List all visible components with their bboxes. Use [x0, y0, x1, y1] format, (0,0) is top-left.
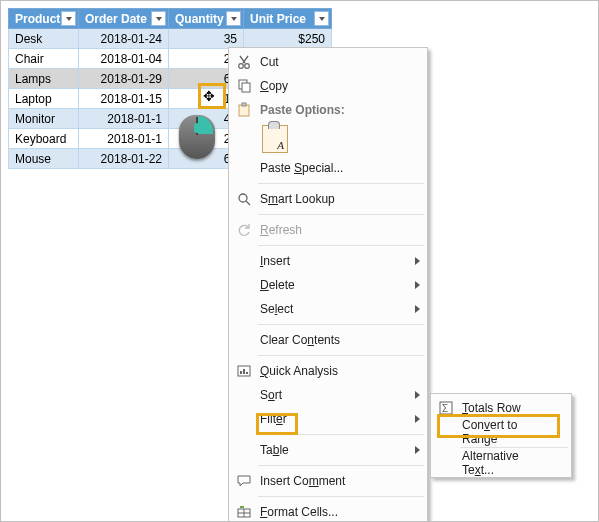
menu-table[interactable]: Table: [230, 438, 426, 462]
submenu-arrow-icon: [415, 415, 420, 423]
submenu-totals-row[interactable]: Σ Totals Row: [432, 396, 570, 420]
cell-date[interactable]: 2018-01-15: [79, 89, 169, 109]
cell-date[interactable]: 2018-01-22: [79, 149, 169, 169]
svg-rect-11: [246, 372, 248, 374]
menu-label: Select: [260, 302, 293, 316]
menu-separator: [258, 355, 424, 356]
cell-product[interactable]: Desk: [9, 29, 79, 49]
submenu-arrow-icon: [415, 446, 420, 454]
svg-rect-5: [242, 103, 246, 106]
comment-icon: [235, 472, 253, 490]
cell-date[interactable]: 2018-01-24: [79, 29, 169, 49]
menu-label: Cut: [260, 55, 279, 69]
svg-point-0: [239, 64, 244, 69]
table-row[interactable]: Desk2018-01-2435$250: [9, 29, 332, 49]
cell-date[interactable]: 2018-01-04: [79, 49, 169, 69]
quick-analysis-icon: [235, 362, 253, 380]
svg-rect-4: [239, 105, 249, 116]
cell-date[interactable]: 2018-01-1: [79, 109, 169, 129]
cell-product[interactable]: Chair: [9, 49, 79, 69]
header-label: Quantity: [175, 12, 224, 26]
menu-label: Paste Options:: [260, 103, 345, 117]
cell-product[interactable]: Keyboard: [9, 129, 79, 149]
menu-label: Format Cells...: [260, 505, 338, 519]
menu-separator: [258, 496, 424, 497]
cell-product[interactable]: Laptop: [9, 89, 79, 109]
column-header-unit-price[interactable]: Unit Price: [244, 9, 332, 29]
menu-label: opy: [269, 79, 288, 93]
menu-refresh: Refresh: [230, 218, 426, 242]
cell-product[interactable]: Mouse: [9, 149, 79, 169]
menu-label: Filter: [260, 412, 287, 426]
menu-label: Refresh: [260, 223, 302, 237]
menu-quick-analysis[interactable]: Quick Analysis: [230, 359, 426, 383]
cell-price[interactable]: $250: [244, 29, 332, 49]
menu-paste-options-heading: Paste Options:: [230, 98, 426, 122]
menu-cut[interactable]: Cut: [230, 50, 426, 74]
menu-label: Insert Comment: [260, 474, 345, 488]
menu-label: Totals Row: [462, 401, 521, 415]
menu-label: Paste Special...: [260, 161, 343, 175]
menu-label: Clear Contents: [260, 333, 340, 347]
cell-product[interactable]: Monitor: [9, 109, 79, 129]
menu-filter[interactable]: Filter: [230, 407, 426, 431]
menu-copy[interactable]: Copy: [230, 74, 426, 98]
refresh-icon: [235, 221, 253, 239]
menu-select[interactable]: Select: [230, 297, 426, 321]
filter-dropdown-icon[interactable]: [61, 11, 76, 26]
submenu-arrow-icon: [415, 281, 420, 289]
column-header-quantity[interactable]: Quantity: [169, 9, 244, 29]
menu-format-cells[interactable]: Format Cells...: [230, 500, 426, 522]
svg-rect-3: [242, 83, 250, 92]
submenu-arrow-icon: [415, 257, 420, 265]
menu-label: Table: [260, 443, 289, 457]
menu-delete[interactable]: Delete: [230, 273, 426, 297]
svg-text:Σ: Σ: [442, 403, 448, 414]
submenu-convert-to-range[interactable]: Convert to Range: [432, 420, 570, 444]
cell-date[interactable]: 2018-01-1: [79, 129, 169, 149]
svg-line-7: [246, 201, 250, 205]
menu-label: Quick Analysis: [260, 364, 338, 378]
menu-separator: [258, 434, 424, 435]
cell-date[interactable]: 2018-01-29: [79, 69, 169, 89]
cell-qty[interactable]: 35: [169, 29, 244, 49]
context-menu: Cut Copy Paste Options: A Paste Special.…: [228, 47, 428, 522]
submenu-alternative-text[interactable]: Alternative Text...: [432, 451, 570, 475]
cell-product[interactable]: Lamps: [9, 69, 79, 89]
menu-sort[interactable]: Sort: [230, 383, 426, 407]
totals-row-icon: Σ: [437, 399, 455, 417]
column-header-product[interactable]: Product: [9, 9, 79, 29]
menu-paste-default[interactable]: A: [230, 122, 426, 156]
menu-insert[interactable]: Insert: [230, 249, 426, 273]
smart-lookup-icon: [235, 190, 253, 208]
menu-separator: [258, 245, 424, 246]
menu-paste-special[interactable]: Paste Special...: [230, 156, 426, 180]
table-submenu: Σ Totals Row Convert to Range Alternativ…: [430, 393, 572, 478]
submenu-arrow-icon: [415, 305, 420, 313]
svg-point-6: [239, 194, 247, 202]
header-label: Order Date: [85, 12, 147, 26]
menu-label: Delete: [260, 278, 295, 292]
column-header-order-date[interactable]: Order Date: [79, 9, 169, 29]
svg-rect-9: [240, 371, 242, 374]
svg-rect-15: [240, 506, 244, 508]
filter-dropdown-icon[interactable]: [314, 11, 329, 26]
menu-insert-comment[interactable]: Insert Comment: [230, 469, 426, 493]
menu-smart-lookup[interactable]: Smart Lookup: [230, 187, 426, 211]
header-label: Unit Price: [250, 12, 306, 26]
menu-label: Insert: [260, 254, 290, 268]
menu-label: Convert to Range: [462, 418, 552, 446]
filter-dropdown-icon[interactable]: [226, 11, 241, 26]
header-label: Product: [15, 12, 60, 26]
menu-clear-contents[interactable]: Clear Contents: [230, 328, 426, 352]
paste-default-icon: A: [262, 125, 288, 153]
menu-separator: [258, 183, 424, 184]
submenu-arrow-icon: [415, 391, 420, 399]
format-cells-icon: [235, 503, 253, 521]
menu-separator: [460, 447, 568, 448]
cut-icon: [235, 53, 253, 71]
copy-icon: [235, 77, 253, 95]
paste-icon: [235, 101, 253, 119]
menu-label: Alternative Text...: [462, 449, 552, 477]
filter-dropdown-icon[interactable]: [151, 11, 166, 26]
